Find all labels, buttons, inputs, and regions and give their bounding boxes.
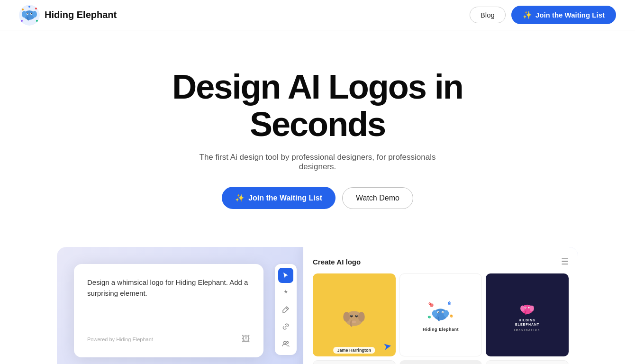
svg-point-32 bbox=[432, 310, 437, 317]
hero-waiting-list-button[interactable]: ✨ Join the Waiting List bbox=[222, 187, 336, 209]
svg-point-43 bbox=[526, 307, 526, 308]
powered-by-row: Powered by Hiding Elephant 🖼 bbox=[87, 334, 250, 344]
sparkle-icon: ✨ bbox=[523, 10, 532, 19]
hero-section: Design AI Logos in Seconds The first Ai … bbox=[0, 30, 635, 228]
svg-point-22 bbox=[352, 320, 356, 323]
svg-point-10 bbox=[36, 20, 38, 22]
logo-cell-6: Hiding El... bbox=[486, 360, 569, 364]
hero-waiting-list-label: Join the Waiting List bbox=[248, 194, 322, 202]
ai-logo-panel-title: Create AI logo bbox=[313, 258, 361, 266]
hero-buttons: ✨ Join the Waiting List Watch Demo bbox=[222, 187, 413, 209]
demo-section: Design a whimsical logo for Hiding Eleph… bbox=[57, 247, 578, 364]
svg-point-33 bbox=[444, 310, 449, 317]
watch-demo-button[interactable]: Watch Demo bbox=[342, 187, 413, 209]
prompt-panel: Design a whimsical logo for Hiding Eleph… bbox=[74, 264, 263, 357]
navbar: Hiding Elephant Blog ✨ Join the Waiting … bbox=[0, 0, 635, 30]
hero-title: Design AI Logos in Seconds bbox=[104, 68, 531, 143]
svg-point-8 bbox=[22, 9, 24, 10]
svg-point-37 bbox=[443, 312, 444, 313]
svg-point-36 bbox=[438, 312, 439, 313]
svg-text:✿: ✿ bbox=[448, 300, 451, 305]
logo-grid: ➤ Jame Harrington ✿ ✿ ★ bbox=[313, 273, 569, 364]
svg-point-11 bbox=[21, 20, 23, 22]
svg-text:✿: ✿ bbox=[429, 301, 432, 306]
toolbar-magic-icon[interactable] bbox=[278, 285, 293, 300]
svg-point-20 bbox=[352, 315, 353, 316]
svg-point-2 bbox=[22, 11, 27, 18]
hero-sparkle-icon: ✨ bbox=[235, 193, 245, 202]
svg-point-19 bbox=[355, 315, 358, 317]
svg-point-18 bbox=[350, 315, 353, 317]
svg-point-12 bbox=[28, 6, 30, 8]
cursor-overlay: ➤ bbox=[383, 341, 392, 352]
logo-cell-3: HILDINGELEEPHANT IMAGINATION bbox=[486, 273, 569, 356]
nav-waiting-list-button[interactable]: ✨ Join the Waiting List bbox=[511, 6, 616, 24]
toolbar-users-icon[interactable] bbox=[278, 336, 293, 351]
svg-point-39 bbox=[520, 305, 525, 311]
hero-subtitle: The first Ai design tool by professional… bbox=[185, 153, 450, 172]
toolbar bbox=[275, 264, 297, 355]
blog-button[interactable]: Blog bbox=[470, 7, 506, 23]
toolbar-cursor-icon[interactable] bbox=[278, 268, 293, 283]
svg-point-9 bbox=[35, 8, 37, 9]
toolbar-pen-icon[interactable] bbox=[278, 302, 293, 317]
prompt-text: Design a whimsical logo for Hiding Eleph… bbox=[87, 277, 250, 315]
nav-brand-name: Hiding Elephant bbox=[45, 9, 117, 20]
logo-cell-2: ✿ ✿ ★ ★ Hiding Elephant bbox=[399, 273, 482, 356]
svg-point-17 bbox=[358, 312, 365, 322]
svg-point-14 bbox=[287, 342, 289, 344]
nav-actions: Blog ✨ Join the Waiting List bbox=[470, 6, 616, 24]
svg-point-21 bbox=[356, 315, 357, 316]
toolbar-link-icon[interactable] bbox=[278, 319, 293, 334]
svg-point-7 bbox=[31, 13, 32, 14]
panel-menu-icon[interactable]: ☰ bbox=[561, 256, 569, 267]
image-icon: 🖼 bbox=[242, 334, 250, 344]
logo-cell-5 bbox=[399, 360, 482, 364]
svg-point-6 bbox=[27, 13, 28, 14]
name-tag: Jame Harrington bbox=[334, 347, 375, 354]
svg-point-16 bbox=[344, 312, 350, 322]
svg-point-13 bbox=[284, 342, 286, 344]
powered-by-text: Powered by Hiding Elephant bbox=[87, 337, 153, 342]
svg-point-3 bbox=[32, 11, 37, 18]
logo-image bbox=[19, 5, 40, 26]
ai-logo-panel-header: Create AI logo ☰ bbox=[313, 256, 569, 267]
ai-logo-panel: Create AI logo ☰ ➤ bbox=[303, 247, 578, 364]
svg-point-44 bbox=[529, 307, 529, 308]
nav-logo[interactable]: Hiding Elephant bbox=[19, 5, 117, 26]
logo-cell-4: Hiding Elephant bbox=[313, 360, 396, 364]
svg-point-40 bbox=[530, 305, 534, 311]
logo-cell-1: ➤ Jame Harrington bbox=[313, 273, 396, 356]
nav-waiting-list-label: Join the Waiting List bbox=[535, 11, 605, 19]
